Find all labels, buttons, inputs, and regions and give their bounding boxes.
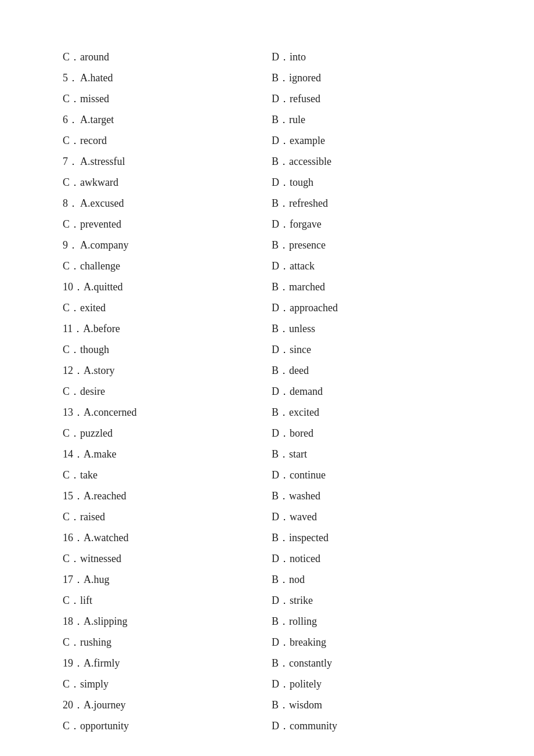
item-text-left: prevented: [80, 218, 121, 230]
right-item: B．ignored: [267, 67, 476, 88]
item-label-right: B．: [272, 113, 289, 127]
item-label-right: D．: [272, 593, 290, 607]
item-text-right: attack: [290, 260, 315, 272]
item-label-left: C．: [63, 552, 80, 566]
item-label-left: 7．: [63, 154, 80, 168]
item-label-right: B．: [272, 280, 289, 294]
item-text-left: exited: [80, 302, 106, 314]
left-item: C．prevented: [58, 214, 267, 235]
left-item: C．rushing: [58, 632, 267, 653]
item-label-left: C．: [63, 50, 80, 64]
item-text-right: tough: [290, 177, 313, 188]
item-text-right: accessible: [289, 156, 331, 167]
item-text-right: rule: [289, 114, 305, 125]
right-item: D．breaking: [267, 632, 476, 653]
item-text-right: washed: [289, 490, 320, 502]
item-text-left: A.firmly: [84, 657, 120, 669]
table-row: C．opportunityD．community: [58, 715, 476, 736]
left-item: C．witnessed: [58, 548, 267, 569]
right-item: B．start: [267, 444, 476, 465]
item-text-right: deed: [289, 365, 309, 376]
item-label-left: C．: [63, 510, 80, 524]
item-label-left: C．: [63, 259, 80, 273]
right-item: D．attack: [267, 255, 476, 276]
left-item: 17．A.hug: [58, 569, 267, 590]
table-row: C．thoughD．since: [58, 339, 476, 360]
left-item: 11．A.before: [58, 318, 267, 339]
left-item: 16．A.watched: [58, 527, 267, 548]
item-label-left: C．: [63, 301, 80, 315]
item-label-right: D．: [272, 301, 290, 315]
item-label-left: 8．: [63, 196, 80, 210]
item-text-left: A.excused: [80, 197, 124, 209]
item-label-left: 5．: [63, 71, 80, 85]
item-label-left: 10．: [63, 280, 84, 294]
item-text-left: A.company: [80, 239, 128, 251]
item-label-left: 9．: [63, 238, 80, 252]
table-row: 12．A.storyB．deed: [58, 360, 476, 381]
item-label-right: D．: [272, 343, 290, 357]
item-text-right: forgave: [290, 218, 322, 230]
table-row: C．simplyD．politely: [58, 674, 476, 694]
item-text-right: continue: [290, 469, 326, 481]
table-row: C．takeD．continue: [58, 465, 476, 485]
item-label-right: D．: [272, 259, 290, 273]
table-row: 15．A.reachedB．washed: [58, 485, 476, 506]
right-item: D．since: [267, 339, 476, 360]
table-row: C．puzzledD．bored: [58, 423, 476, 444]
item-label-right: D．: [272, 510, 290, 524]
left-item: 10．A.quitted: [58, 276, 267, 297]
item-text-left: desire: [80, 386, 105, 397]
item-label-left: 6．: [63, 113, 80, 127]
item-text-left: A.before: [83, 323, 120, 334]
table-row: 6．A.targetB．rule: [58, 109, 476, 130]
table-row: C．recordD．example: [58, 130, 476, 151]
item-label-right: D．: [272, 50, 290, 64]
item-text-right: community: [290, 720, 337, 732]
table-row: 17．A.hugB．nod: [58, 569, 476, 590]
right-item: B．refreshed: [267, 193, 476, 214]
item-label-right: D．: [272, 552, 290, 566]
table-row: C．desireD．demand: [58, 381, 476, 402]
table-row: 10．A.quittedB．marched: [58, 276, 476, 297]
item-text-right: marched: [289, 281, 325, 293]
table-row: C．witnessedD．noticed: [58, 548, 476, 569]
item-label-left: 17．: [63, 573, 84, 586]
table-row: C．exitedD．approached: [58, 297, 476, 318]
item-text-right: presence: [289, 239, 326, 251]
item-label-left: C．: [63, 384, 80, 398]
item-text-left: lift: [80, 595, 92, 606]
item-label-right: B．: [272, 71, 289, 85]
right-item: D．demand: [267, 381, 476, 402]
item-text-right: nod: [289, 574, 305, 585]
item-label-left: 19．: [63, 656, 84, 670]
item-text-right: ignored: [289, 72, 321, 84]
item-text-right: into: [290, 51, 306, 63]
item-text-left: around: [80, 51, 109, 63]
item-text-left: A.stressful: [80, 156, 125, 167]
item-label-right: D．: [272, 677, 290, 691]
table-row: 8．A.excusedB．refreshed: [58, 193, 476, 214]
item-label-left: 14．: [63, 447, 84, 461]
left-item: C．simply: [58, 674, 267, 694]
table-row: 7．A.stressfulB．accessible: [58, 151, 476, 172]
item-label-right: B．: [272, 573, 289, 586]
item-label-left: 20．: [63, 698, 84, 712]
left-item: 20．A.journey: [58, 694, 267, 715]
item-text-left: record: [80, 135, 107, 146]
item-label-left: 18．: [63, 614, 84, 628]
item-text-left: A.make: [84, 448, 116, 460]
item-label-right: D．: [272, 719, 290, 733]
item-label-left: C．: [63, 343, 80, 357]
table-row: C．missedD．refused: [58, 88, 476, 109]
left-item: C．desire: [58, 381, 267, 402]
table-row: C．challengeD．attack: [58, 255, 476, 276]
item-label-right: B．: [272, 489, 289, 503]
quiz-table: C．aroundD．into5．A.hatedB．ignoredC．missed…: [58, 46, 476, 736]
right-item: B．excited: [267, 402, 476, 423]
item-text-right: unless: [289, 323, 315, 334]
right-item: D．bored: [267, 423, 476, 444]
item-text-left: take: [80, 469, 98, 481]
item-text-left: challenge: [80, 260, 120, 272]
item-label-right: D．: [272, 426, 290, 440]
